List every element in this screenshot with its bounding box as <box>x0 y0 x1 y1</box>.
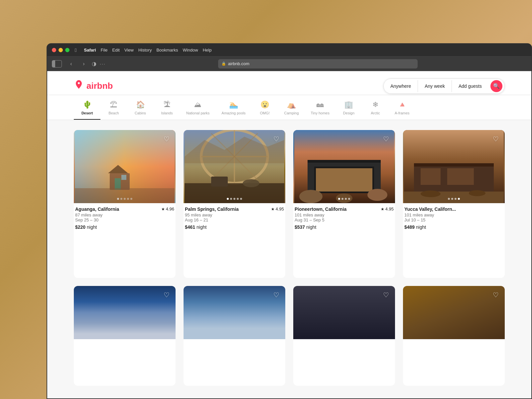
listing-location-3: Pioneertown, California <box>295 206 346 212</box>
listing-dates-4: Jul 10 – 15 <box>404 217 503 222</box>
minimize-button[interactable] <box>59 48 63 52</box>
listing-card-4[interactable]: ♡ Yucca Valley, Californ... 101 miles aw… <box>403 130 505 278</box>
listing-dates-1: Sep 25 – 30 <box>75 217 174 222</box>
wishlist-button-1[interactable]: ♡ <box>162 134 172 144</box>
apple-logo-icon:  <box>75 47 76 53</box>
category-arctic-label: Arctic <box>371 111 380 115</box>
category-islands-label: Islands <box>161 111 173 115</box>
wishlist-button-4[interactable]: ♡ <box>491 134 501 144</box>
svg-rect-27 <box>414 163 494 167</box>
svg-point-22 <box>299 190 323 203</box>
url-display: airbnb.com <box>228 61 249 66</box>
search-icon: 🔍 <box>493 83 500 89</box>
listing-image-5: ♡ <box>74 286 176 339</box>
back-button[interactable]: ‹ <box>66 59 76 68</box>
window-controls <box>52 48 69 52</box>
category-cabins[interactable]: 🏠 Cabins <box>127 95 154 120</box>
desert-icon: 🌵 <box>83 100 92 109</box>
any-week-button[interactable]: Any week <box>418 80 452 92</box>
camping-icon: ⛺ <box>287 100 296 109</box>
national-parks-icon: ⛰ <box>194 100 201 109</box>
category-design[interactable]: 🏢 Design <box>335 95 362 120</box>
category-tiny-homes[interactable]: 🏘 Tiny homes <box>305 95 335 120</box>
svg-rect-19 <box>308 160 381 163</box>
category-beach[interactable]: ⛱ Beach <box>100 95 127 120</box>
maximize-button[interactable] <box>65 48 69 52</box>
menu-view[interactable]: View <box>124 48 134 53</box>
listing-card-8[interactable]: ♡ <box>403 286 505 386</box>
listing-price-1: $220 night <box>75 224 174 230</box>
listing-info-3: Pioneertown, California ★ 4.95 101 miles… <box>293 203 395 231</box>
browser-toolbar: ‹ › ◑ ··· 🔒 airbnb.com <box>47 57 531 71</box>
listing-card-6[interactable]: ♡ <box>184 286 285 386</box>
category-national-parks[interactable]: ⛰ National parks <box>180 95 215 120</box>
listing-card-1[interactable]: ♡ Aguanga, California ★ 4.96 87 miles aw… <box>74 130 176 278</box>
category-omg-label: OMG! <box>260 111 270 115</box>
listing-dates-3: Aug 31 – Sep 5 <box>295 217 394 222</box>
more-options-icon: ··· <box>100 61 106 66</box>
anywhere-button[interactable]: Anywhere <box>384 80 418 92</box>
listing-price-4: $489 night <box>404 224 503 230</box>
menu-help[interactable]: Help <box>203 48 212 53</box>
category-islands[interactable]: 🏝 Islands <box>154 95 180 120</box>
svg-rect-29 <box>447 168 474 185</box>
wishlist-button-6[interactable]: ♡ <box>271 290 281 300</box>
search-bar: Anywhere Any week Add guests 🔍 <box>383 78 505 94</box>
omg-icon: 😮 <box>260 100 269 109</box>
menu-file[interactable]: File <box>101 48 108 53</box>
close-button[interactable] <box>52 48 56 52</box>
svg-rect-1 <box>75 130 175 203</box>
category-national-parks-label: National parks <box>186 111 209 115</box>
listing-image-8: ♡ <box>403 286 505 339</box>
menu-history[interactable]: History <box>138 48 152 53</box>
category-desert[interactable]: 🌵 Desert <box>74 95 100 120</box>
star-icon-1: ★ <box>161 207 165 211</box>
listing-rating-3: ★ 4.95 <box>381 206 394 211</box>
site-header: airbnb Anywhere Any week Add guests 🔍 <box>47 71 531 95</box>
amazing-pools-icon: 🏊 <box>229 100 238 109</box>
islands-icon: 🏝 <box>163 100 171 109</box>
listing-location-2: Palm Springs, California <box>185 206 239 212</box>
listing-rating-1: ★ 4.96 <box>161 206 174 211</box>
airbnb-logo[interactable]: airbnb <box>74 79 113 92</box>
category-amazing-pools[interactable]: 🏊 Amazing pools <box>215 95 251 120</box>
menu-edit[interactable]: Edit <box>112 48 120 53</box>
svg-rect-30 <box>404 192 504 203</box>
menu-window[interactable]: Window <box>183 48 198 53</box>
wishlist-button-7[interactable]: ♡ <box>381 290 391 300</box>
logo-text: airbnb <box>86 81 113 91</box>
wishlist-button-2[interactable]: ♡ <box>271 134 281 144</box>
page-content: airbnb Anywhere Any week Add guests 🔍 🌵 … <box>47 71 531 398</box>
menu-bookmarks[interactable]: Bookmarks <box>156 48 178 53</box>
wishlist-button-8[interactable]: ♡ <box>491 290 501 300</box>
a-frames-icon: 🔺 <box>398 100 407 109</box>
listing-card-3[interactable]: ♡ Pioneertown, California ★ 4.95 101 mil… <box>293 130 395 278</box>
menu-safari[interactable]: Safari <box>84 48 96 53</box>
brightness-icon: ◑ <box>92 61 96 67</box>
category-omg[interactable]: 😮 OMG! <box>251 95 278 120</box>
forward-button[interactable]: › <box>79 59 88 68</box>
category-camping[interactable]: ⛺ Camping <box>278 95 305 120</box>
wishlist-button-5[interactable]: ♡ <box>162 290 172 300</box>
address-bar[interactable]: 🔒 airbnb.com <box>218 59 418 68</box>
listing-image-6: ♡ <box>184 286 285 339</box>
listing-card-2[interactable]: ♡ Palm Springs, California ★ 4.95 95 mil… <box>184 130 285 278</box>
listing-image-1: ♡ <box>74 130 176 203</box>
image-dots-4 <box>448 198 460 200</box>
wishlist-button-3[interactable]: ♡ <box>381 134 391 144</box>
listing-distance-4: 101 miles away <box>404 212 503 217</box>
listing-dates-2: Aug 16 – 21 <box>185 217 284 222</box>
add-guests-button[interactable]: Add guests <box>452 80 488 92</box>
menu-bar: Safari File Edit View History Bookmarks … <box>84 48 211 53</box>
beach-icon: ⛱ <box>110 100 117 109</box>
category-a-frames[interactable]: 🔺 A-frames <box>389 95 416 120</box>
laptop-screen:  Safari File Edit View History Bookmark… <box>47 43 532 399</box>
search-submit-button[interactable]: 🔍 <box>490 80 502 92</box>
svg-marker-4 <box>108 165 128 173</box>
listing-card-7[interactable]: ♡ <box>293 286 395 386</box>
category-desert-label: Desert <box>81 111 93 115</box>
category-arctic[interactable]: ❄ Arctic <box>362 95 389 120</box>
sidebar-toggle-button[interactable] <box>52 60 62 67</box>
listing-card-5[interactable]: ♡ <box>74 286 176 386</box>
svg-rect-13 <box>185 183 284 203</box>
